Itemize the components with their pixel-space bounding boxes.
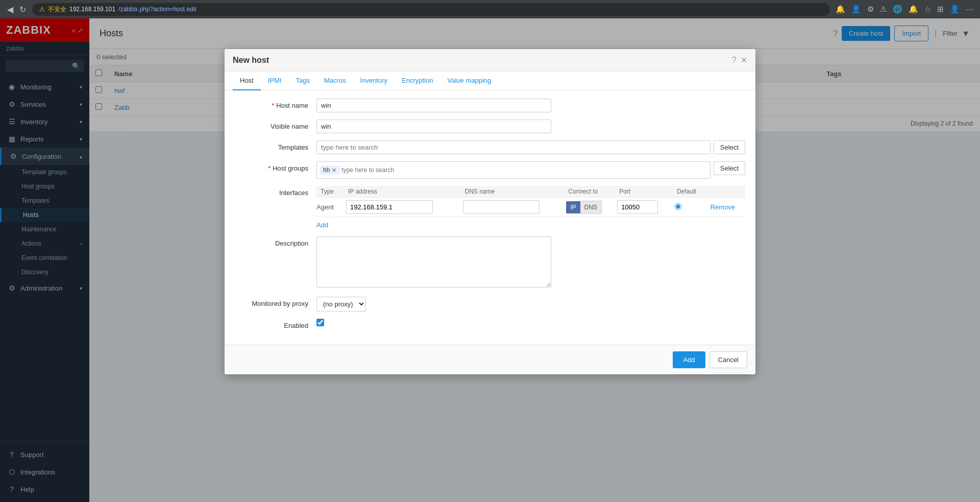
iface-dns-input[interactable] [463,200,540,214]
host-name-row: Host name [235,99,745,112]
templates-select-button[interactable]: Select [714,140,745,154]
back-button[interactable]: ◀ [5,3,15,16]
url-path: /zabbix.php?action=host.edit [118,6,196,13]
connect-dns-button[interactable]: DNS [580,201,602,214]
browser-url-bar[interactable]: ⚠ 不安全 192.168.159.101 /zabbix.php?action… [32,3,830,16]
host-name-input[interactable] [316,99,551,112]
host-name-wrap [316,99,745,112]
iface-type-cell: Agent [316,198,344,217]
templates-wrap: Select [316,140,745,154]
enabled-label: Enabled [235,319,316,329]
iface-col-dns: DNS name [461,186,565,198]
description-label: Description [235,236,316,247]
host-groups-tag-box[interactable]: hh ✕ [316,161,710,179]
modal-help-icon[interactable]: ? [732,56,737,65]
tab-macros[interactable]: Macros [317,71,353,90]
tab-host[interactable]: Host [233,71,261,90]
proxy-row: Monitored by proxy (no proxy) [235,297,745,312]
security-label: 不安全 [48,5,66,14]
browser-icon-2[interactable]: 👤 [850,3,863,15]
iface-port-cell [615,198,673,217]
iface-default-radio[interactable] [675,203,681,210]
interfaces-thead: Type IP address DNS name Connect to Port… [316,186,745,198]
modal-footer: Add Cancel [225,345,755,374]
templates-label: Templates [235,140,316,151]
tab-encryption[interactable]: Encryption [395,71,440,90]
browser-icon-4[interactable]: ⚠ [878,3,888,15]
visible-name-wrap [316,119,745,133]
iface-col-ip: IP address [344,186,461,198]
proxy-label: Monitored by proxy [235,297,316,307]
modal-overlay: New host ? ✕ Host IPMI Tags Macros Inven… [0,18,980,502]
iface-dns-cell [461,198,565,217]
browser-icon-6[interactable]: 🔔 [907,3,920,15]
host-groups-select-row: hh ✕ Select [316,161,745,179]
description-wrap [316,236,745,290]
description-row: Description [235,236,745,290]
proxy-wrap: (no proxy) [316,297,745,312]
iface-ip-input[interactable] [346,200,433,214]
interfaces-tbody: Agent IPDNS [316,198,745,217]
visible-name-label: Visible name [235,119,316,130]
enabled-row: Enabled [235,319,745,329]
browser-icon-5[interactable]: 🌐 [891,3,904,15]
browser-icon-9[interactable]: 👤 [948,3,961,15]
modal-header-icons: ? ✕ [732,55,747,65]
iface-default-cell [673,198,708,217]
templates-search-input[interactable] [316,140,710,154]
interfaces-label: Interfaces [235,186,316,197]
interfaces-table: Type IP address DNS name Connect to Port… [316,186,745,217]
browser-icon-7[interactable]: ☆ [923,3,933,15]
host-groups-row: Host groups hh ✕ Select [235,161,745,179]
connect-ip-button[interactable]: IP [566,201,580,213]
url-base: 192.168.159.101 [69,6,115,13]
refresh-button[interactable]: ↻ [17,3,28,16]
modal-title: New host [233,56,269,65]
tag-remove-icon[interactable]: ✕ [332,167,336,174]
iface-col-default: Default [673,186,708,198]
browser-icon-more[interactable]: ⋯ [964,3,975,15]
tag-label: hh [323,166,330,174]
proxy-select[interactable]: (no proxy) [316,297,366,312]
interface-row: Agent IPDNS [316,198,745,217]
add-button[interactable]: Add [673,351,705,368]
host-groups-wrap: hh ✕ Select [316,161,745,179]
browser-icon-3[interactable]: ⚙ [866,3,875,15]
modal-tabs: Host IPMI Tags Macros Inventory Encrypti… [225,71,755,90]
iface-col-port: Port [615,186,673,198]
host-groups-select-button[interactable]: Select [714,161,745,175]
modal-body: Host name Visible name Templates Sele [225,90,755,345]
iface-col-action [708,186,746,198]
iface-col-type: Type [316,186,344,198]
tab-tags[interactable]: Tags [288,71,316,90]
new-host-modal: New host ? ✕ Host IPMI Tags Macros Inven… [225,49,755,374]
description-textarea[interactable] [316,236,551,288]
tab-value-mapping[interactable]: Value mapping [440,71,498,90]
tab-ipmi[interactable]: IPMI [261,71,289,90]
interfaces-row: Interfaces Type IP address DNS name Conn… [235,186,745,229]
iface-col-connect: Connect to [564,186,615,198]
tab-inventory[interactable]: Inventory [353,71,395,90]
visible-name-input[interactable] [316,119,551,133]
security-warning-icon: ⚠ [39,6,45,13]
templates-select-row: Select [316,140,745,154]
host-group-tag: hh ✕ [320,165,339,175]
host-groups-search-input[interactable] [341,166,707,174]
iface-remove-link[interactable]: Remove [710,203,735,211]
browser-icon-8[interactable]: ⊞ [936,3,945,15]
host-name-label: Host name [235,99,316,109]
cancel-button[interactable]: Cancel [709,351,747,368]
browser-bar: ◀ ↻ ⚠ 不安全 192.168.159.101 /zabbix.php?ac… [0,0,980,18]
templates-row: Templates Select [235,140,745,154]
browser-action-icons: 🔔 👤 ⚙ ⚠ 🌐 🔔 ☆ ⊞ 👤 ⋯ [834,3,975,15]
browser-icon-1[interactable]: 🔔 [834,3,847,15]
modal-close-icon[interactable]: ✕ [741,55,747,65]
enabled-checkbox[interactable] [316,319,324,326]
iface-port-input[interactable] [617,200,658,214]
visible-name-row: Visible name [235,119,745,133]
iface-remove-cell: Remove [708,198,746,217]
browser-nav: ◀ ↻ [5,3,28,16]
add-interface-link[interactable]: Add [316,221,328,229]
interfaces-wrap: Type IP address DNS name Connect to Port… [316,186,745,229]
modal-header: New host ? ✕ [225,49,755,71]
